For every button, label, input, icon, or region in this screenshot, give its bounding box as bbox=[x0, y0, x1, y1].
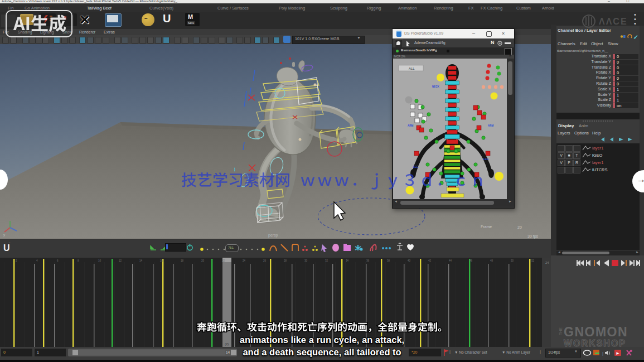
svg-text:ALL: ALL bbox=[409, 67, 415, 70]
svg-text:46: 46 bbox=[469, 259, 473, 262]
svg-text:36: 36 bbox=[366, 259, 370, 262]
svg-text:ARM: ARM bbox=[408, 124, 413, 127]
svg-text:14: 14 bbox=[139, 259, 143, 262]
svg-text:10: 10 bbox=[98, 259, 101, 262]
svg-text:20: 20 bbox=[201, 259, 205, 262]
svg-text:12: 12 bbox=[119, 259, 122, 262]
svg-text:28: 28 bbox=[284, 259, 287, 262]
svg-text:18: 18 bbox=[181, 259, 184, 262]
svg-text:44: 44 bbox=[449, 259, 452, 262]
svg-text:30: 30 bbox=[304, 259, 308, 262]
svg-text:38: 38 bbox=[387, 259, 390, 262]
svg-text:ΛΛCE: ΛΛCE bbox=[599, 17, 628, 26]
svg-text:50: 50 bbox=[511, 259, 514, 262]
svg-text:40: 40 bbox=[408, 259, 411, 262]
svg-text:(2): (2) bbox=[225, 342, 229, 346]
svg-text:26: 26 bbox=[263, 259, 267, 262]
svg-text:24: 24 bbox=[243, 259, 246, 262]
svg-text:y: y bbox=[3, 233, 5, 236]
svg-text:22: 22 bbox=[222, 259, 225, 262]
svg-text:48: 48 bbox=[490, 259, 493, 262]
svg-text:16: 16 bbox=[160, 259, 163, 262]
svg-text:34: 34 bbox=[346, 259, 349, 262]
svg-text:ARM: ARM bbox=[488, 124, 493, 127]
svg-text:LEG: LEG bbox=[483, 158, 489, 161]
svg-text:NECK: NECK bbox=[432, 85, 440, 88]
svg-text:32: 32 bbox=[325, 259, 328, 262]
svg-text:LEG: LEG bbox=[413, 166, 419, 168]
svg-text:42: 42 bbox=[428, 259, 432, 262]
svg-text:52: 52 bbox=[531, 259, 535, 262]
